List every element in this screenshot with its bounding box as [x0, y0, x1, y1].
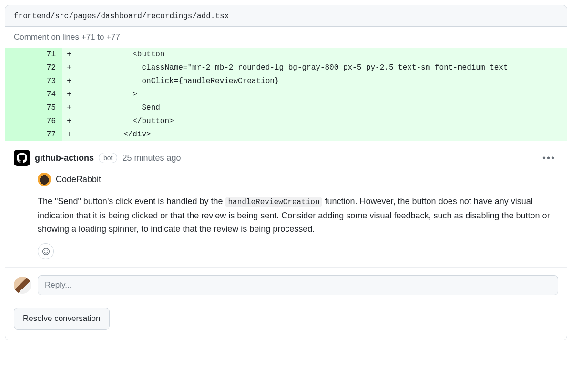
- comment-header: github-actions bot 25 minutes ago •••: [14, 150, 558, 166]
- reactions: [38, 243, 558, 259]
- gutter-old: [5, 48, 34, 61]
- diff-line: 71 + <button: [5, 48, 567, 61]
- diff-line: 73 + onClick={handleReviewCreation}: [5, 74, 567, 88]
- comment-line-range: Comment on lines +71 to +77: [5, 27, 567, 48]
- code: >: [76, 88, 567, 101]
- diff-sign: +: [62, 101, 76, 114]
- line-number: 74: [34, 88, 62, 101]
- coderabbit-avatar: [38, 173, 51, 186]
- code: <button: [76, 48, 567, 61]
- app-name: CodeRabbit: [56, 175, 101, 185]
- diff-line: 76 + </button>: [5, 114, 567, 128]
- github-icon: [14, 150, 30, 166]
- diff-line: 74 + >: [5, 88, 567, 101]
- diff-line: 75 + Send: [5, 101, 567, 114]
- diff-line: 77 + </div>: [5, 128, 567, 141]
- gutter-old: [5, 61, 34, 74]
- comment-text-pre: The "Send" button's click event is handl…: [38, 196, 225, 206]
- user-avatar[interactable]: [14, 277, 31, 294]
- smiley-icon: [42, 248, 50, 256]
- code: className="mr-2 mb-2 rounded-lg bg-gray-…: [76, 61, 567, 74]
- file-header: frontend/src/pages/dashboard/recordings/…: [5, 5, 567, 27]
- line-number: 77: [34, 128, 62, 141]
- file-path: frontend/src/pages/dashboard/recordings/…: [14, 12, 229, 21]
- review-comment-card: frontend/src/pages/dashboard/recordings/…: [5, 5, 567, 340]
- comment-footer: Resolve conversation: [5, 300, 567, 340]
- svg-point-1: [44, 250, 45, 251]
- code: Send: [76, 101, 567, 114]
- diff-sign: +: [62, 88, 76, 101]
- code: onClick={handleReviewCreation}: [76, 74, 567, 88]
- line-number: 71: [34, 48, 62, 61]
- line-number: 76: [34, 114, 62, 128]
- comment-timestamp[interactable]: 25 minutes ago: [122, 153, 181, 163]
- diff-sign: +: [62, 48, 76, 61]
- diff-sign: +: [62, 74, 76, 88]
- kebab-icon[interactable]: •••: [540, 153, 558, 164]
- resolve-conversation-button[interactable]: Resolve conversation: [14, 308, 110, 330]
- svg-point-0: [42, 248, 49, 255]
- code: </div>: [76, 128, 567, 141]
- add-reaction-button[interactable]: [38, 243, 54, 259]
- line-number: 73: [34, 74, 62, 88]
- diff-hunk: 71 + <button 72 + className="mr-2 mb-2 r…: [5, 48, 567, 141]
- gutter-old: [5, 114, 34, 128]
- diff-sign: +: [62, 114, 76, 128]
- bot-badge: bot: [99, 153, 117, 163]
- reply-input[interactable]: [38, 275, 558, 295]
- comment-body: The "Send" button's click event is handl…: [38, 195, 558, 236]
- svg-point-2: [47, 250, 47, 251]
- diff-sign: +: [62, 61, 76, 74]
- diff-sign: +: [62, 128, 76, 141]
- diff-line: 72 + className="mr-2 mb-2 rounded-lg bg-…: [5, 61, 567, 74]
- gutter-old: [5, 101, 34, 114]
- gutter-old: [5, 74, 34, 88]
- code: </button>: [76, 114, 567, 128]
- reply-row: [5, 267, 567, 300]
- gutter-old: [5, 88, 34, 101]
- inline-code: handleReviewCreation: [225, 197, 322, 207]
- comment: github-actions bot 25 minutes ago ••• Co…: [5, 141, 567, 267]
- comment-author[interactable]: github-actions: [35, 153, 94, 163]
- line-number: 72: [34, 61, 62, 74]
- line-number: 75: [34, 101, 62, 114]
- gutter-old: [5, 128, 34, 141]
- app-attribution: CodeRabbit: [38, 173, 558, 186]
